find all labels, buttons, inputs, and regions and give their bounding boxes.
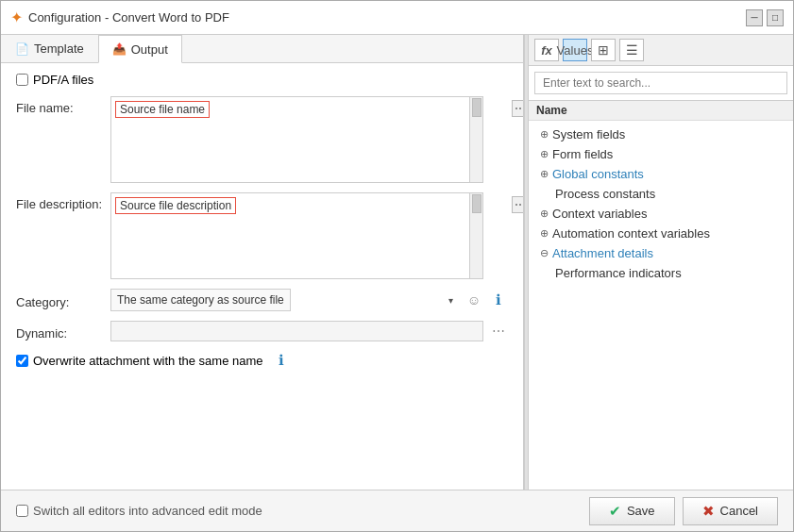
file-name-ellipsis-button[interactable]: ⋯ [512,100,523,117]
minimize-button[interactable]: ─ [746,9,763,26]
formula-button[interactable]: fx [534,39,559,61]
output-tab-icon: 📤 [112,42,127,56]
tree-header: Name [529,101,793,121]
save-icon: ✔ [609,503,621,520]
file-name-inner: Source file name [111,97,469,182]
tree-item-attachment-details[interactable]: ⊖ Attachment details [529,243,793,263]
file-description-row: File description: Source file descriptio… [16,192,508,279]
pdfa-checkbox[interactable] [16,74,28,86]
expand-icon-system-fields: ⊕ [540,128,549,141]
right-panel: fx Values ⊞ ☰ Name ⊕ System fields [529,35,793,490]
overwrite-label: Overwrite attachment with the same name [33,354,263,368]
pdfa-row: PDF/A files [16,73,508,87]
bottom-bar: Switch all editors into advanced edit mo… [1,490,793,531]
file-description-scrollbar [469,193,482,278]
file-name-label: File name: [16,96,110,115]
titlebar-left: ✦ Configuration - Convert Word to PDF [10,8,229,26]
tree-label-system-fields: System fields [552,127,625,141]
file-name-scrollbar [469,97,482,182]
cancel-label: Cancel [720,504,758,518]
tab-output[interactable]: 📤 Output [98,35,182,63]
file-description-label: File description: [16,192,110,211]
category-controls: The same category as source file Custom … [110,289,508,311]
titlebar-controls: ─ □ [746,9,784,26]
file-description-chip: Source file description [115,197,236,214]
tree-label-process-constants: Process constants [555,187,655,201]
pdfa-label: PDF/A files [33,73,93,87]
left-panel: 📄 Template 📤 Output PDF/A files File nam… [1,35,524,490]
right-search-area [529,66,793,101]
scrollbar-thumb [472,98,481,117]
tab-template-label: Template [34,42,84,56]
window-title: Configuration - Convert Word to PDF [28,10,229,25]
titlebar: ✦ Configuration - Convert Word to PDF ─ … [1,1,793,35]
tree-item-context-variables[interactable]: ⊕ Context variables [529,204,793,224]
tree-item-automation-context-variables[interactable]: ⊕ Automation context variables [529,224,793,243]
file-name-field-wrapper: Source file name ⋯ [110,96,508,183]
file-name-chip: Source file name [115,101,210,118]
file-description-inner: Source file description [111,193,469,278]
dynamic-label: Dynamic: [16,322,110,341]
dynamic-controls: ⋯ [110,321,508,341]
category-info-button[interactable]: ℹ [489,291,508,309]
cancel-icon: ✖ [702,503,715,520]
content-area: 📄 Template 📤 Output PDF/A files File nam… [1,35,793,490]
tab-output-label: Output [131,42,168,57]
action-buttons: ✔ Save ✖ Cancel [589,497,778,525]
dynamic-input[interactable] [110,321,483,341]
advanced-mode-label: Switch all editors into advanced edit mo… [33,504,262,518]
dynamic-row: Dynamic: ⋯ [16,321,508,341]
overwrite-checkbox[interactable] [16,355,28,367]
category-row: Category: The same category as source fi… [16,289,508,311]
right-toolbar: fx Values ⊞ ☰ [529,35,793,66]
expand-icon-attachment-details: ⊖ [540,247,549,259]
tree-item-system-fields[interactable]: ⊕ System fields [529,125,793,144]
table-button[interactable]: ⊞ [591,39,616,61]
values-button-label: Values [557,43,594,58]
tree-item-process-constants[interactable]: Process constants [529,184,793,204]
file-description-field-wrapper: Source file description ⋯ [110,192,508,279]
category-label: Category: [16,291,110,309]
save-button[interactable]: ✔ Save [589,497,675,525]
tree-label-performance-indicators: Performance indicators [555,266,682,280]
file-description-ellipsis-button[interactable]: ⋯ [512,196,523,213]
tree-item-performance-indicators[interactable]: Performance indicators [529,263,793,283]
tree-label-attachment-details: Attachment details [552,246,653,260]
file-name-textarea[interactable]: Source file name [110,96,483,183]
maximize-button[interactable]: □ [767,9,784,26]
dynamic-ellipsis-button[interactable]: ⋯ [489,322,508,341]
tree-label-global-constants: Global constants [552,167,644,181]
values-button[interactable]: Values [563,39,587,61]
tree-label-form-fields: Form fields [552,147,613,161]
list-button[interactable]: ☰ [619,39,644,61]
right-tree: ⊕ System fields ⊕ Form fields ⊕ Global c… [529,121,793,490]
main-window: ✦ Configuration - Convert Word to PDF ─ … [0,0,794,532]
save-label: Save [627,504,655,518]
tab-template[interactable]: 📄 Template [1,35,98,62]
overwrite-row: Overwrite attachment with the same name … [16,351,508,370]
expand-icon-automation-context-variables: ⊕ [540,227,549,240]
file-description-textarea[interactable]: Source file description [110,192,483,279]
expand-icon-global-constants: ⊕ [540,168,549,180]
advanced-mode-area: Switch all editors into advanced edit mo… [16,504,262,518]
search-input[interactable] [534,72,787,94]
expand-icon-form-fields: ⊕ [540,148,549,160]
tree-item-global-constants[interactable]: ⊕ Global constants [529,164,793,184]
scrollbar-thumb-desc [472,194,481,213]
expand-icon-context-variables: ⊕ [540,208,549,220]
category-select[interactable]: The same category as source file Custom … [110,289,291,311]
app-icon: ✦ [10,8,23,26]
tree-item-form-fields[interactable]: ⊕ Form fields [529,144,793,164]
output-tab-content: PDF/A files File name: Source file name [1,63,523,490]
tree-label-automation-context-variables: Automation context variables [552,226,710,241]
advanced-mode-checkbox[interactable] [16,505,28,517]
file-name-row: File name: Source file name ⋯ [16,96,508,183]
category-smiley-button[interactable]: ☺ [465,291,483,309]
overwrite-info-button[interactable]: ℹ [272,351,291,370]
tree-label-context-variables: Context variables [552,207,647,221]
tab-bar: 📄 Template 📤 Output [1,35,523,63]
category-select-wrapper: The same category as source file Custom … [110,289,459,311]
cancel-button[interactable]: ✖ Cancel [683,497,778,525]
template-tab-icon: 📄 [15,42,29,56]
